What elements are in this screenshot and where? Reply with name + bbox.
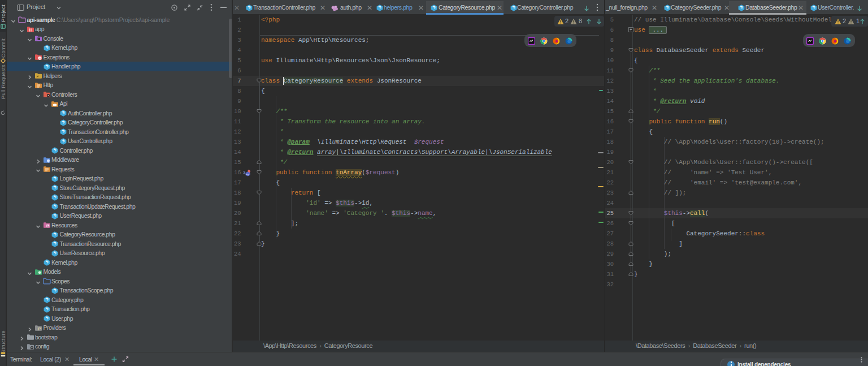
svg-text:P: P [38, 326, 41, 330]
